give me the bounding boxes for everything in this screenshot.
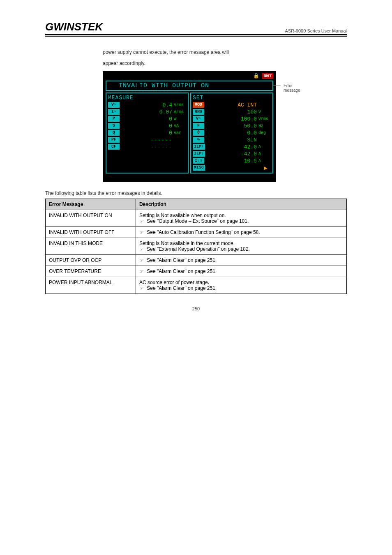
set-row: ∿SIN	[193, 136, 271, 143]
hand-icon: ☞	[139, 257, 144, 263]
set-value: 50.0	[207, 123, 258, 129]
measure-value: 0.07	[122, 109, 173, 115]
table-caption: The following table lists the error mess…	[45, 190, 347, 196]
measure-badge: Q	[108, 130, 120, 136]
device-screenshot: Error message 🔒 RMT INVALID WITH OUTPUT …	[103, 71, 347, 182]
measure-row: S0VA	[108, 123, 186, 130]
measure-row: PF------	[108, 136, 186, 143]
table-row: INVALID IN THIS MODESetting is Not avail…	[46, 238, 347, 254]
set-unit: deg	[258, 131, 271, 135]
set-row: F50.0Hz	[193, 123, 271, 130]
measure-row: I~0.07Arms	[108, 109, 186, 116]
set-row: θ0.0deg	[193, 130, 271, 136]
set-panel: SET MODAC-INTRNG100VV~100.0VrmsF50.0Hzθ0…	[190, 92, 273, 173]
set-badge: MISC	[193, 165, 205, 171]
table-cell-msg: INVALID WITH OUTPUT ON	[46, 210, 136, 227]
lcd-topbar: 🔒 RMT	[103, 72, 276, 81]
logo: GWINSTEK	[45, 21, 103, 33]
measure-value: 0	[122, 116, 173, 122]
set-row: RNG100V	[193, 109, 271, 116]
set-row: V~100.0Vrms	[193, 116, 271, 123]
set-title: SET	[193, 95, 271, 101]
hand-icon: ☞	[139, 268, 144, 274]
set-row: I↓▯10.5A	[193, 157, 271, 164]
table-cell-desc: ☞ See "Alarm Clear" on page 251.	[136, 254, 346, 266]
measure-value: ------	[122, 137, 173, 143]
set-unit: A	[258, 152, 271, 156]
measure-title: MEASURE	[108, 95, 186, 101]
table-head-desc: Description	[136, 199, 346, 210]
table-head-msg: Error Message	[46, 199, 136, 210]
set-value: 0.0	[207, 130, 258, 136]
set-value: AC-INT	[207, 102, 258, 108]
measure-badge: V~	[108, 102, 120, 108]
set-row: MODAC-INT	[193, 102, 271, 109]
table-row: INVALID WITH OUTPUT ONSetting is Not ava…	[46, 210, 347, 227]
measure-value: 0.4	[122, 102, 173, 108]
table-cell-desc: AC source error of power stage.☞ See "Al…	[136, 277, 346, 294]
table-row: POWER INPUT ABNORMALAC source error of p…	[46, 277, 347, 294]
table-row: INVALID WITH OUTPUT OFF☞ See "Auto Calib…	[46, 227, 347, 238]
header-rule	[45, 36, 347, 37]
measure-row: CF------	[108, 143, 186, 150]
set-badge: ILP↑	[193, 144, 205, 150]
page-number: 250	[45, 306, 347, 311]
hand-icon: ☞	[139, 218, 144, 224]
set-unit: Hz	[258, 124, 271, 128]
table-cell-desc: Setting is Not available in the current …	[136, 238, 346, 254]
error-table: Error Message Description INVALID WITH O…	[45, 199, 347, 294]
rmt-badge: RMT	[262, 73, 273, 79]
set-row: MISC▶	[193, 164, 271, 171]
set-badge: V~	[193, 116, 204, 122]
table-cell-msg: OUTPUT OVP OR OCP	[46, 254, 136, 266]
page-header: GWINSTEK ASR-6000 Series User Manual	[45, 21, 347, 35]
set-unit: A	[258, 159, 271, 163]
set-value: SIN	[207, 137, 258, 143]
table-cell-msg: INVALID IN THIS MODE	[46, 238, 136, 254]
intro-text-1: power supply cannot execute, the error m…	[103, 49, 347, 56]
set-row: ILP↓-42.0A	[193, 150, 271, 157]
set-badge: θ	[193, 130, 204, 136]
set-badge: ILP↓	[193, 151, 205, 157]
measure-value: 0	[122, 130, 173, 136]
measure-value: 0	[122, 123, 173, 129]
measure-badge: CF	[108, 144, 120, 150]
set-badge: MOD	[193, 102, 204, 108]
table-cell-desc: ☞ See "Auto Calibration Function Setting…	[136, 227, 346, 238]
set-value: -42.0	[208, 151, 258, 157]
set-badge: ∿	[193, 137, 204, 143]
measure-row: P0W	[108, 116, 186, 123]
measure-unit: W	[173, 117, 186, 121]
error-message-text: INVALID WITH OUTPUT ON	[119, 82, 209, 89]
set-badge: I↓▯	[193, 158, 204, 164]
misc-arrow-icon: ▶	[208, 164, 271, 171]
table-cell-desc: ☞ See "Alarm Clear" on page 251.	[136, 266, 346, 277]
hand-icon: ☞	[139, 285, 144, 291]
table-cell-desc: Setting is Not available when output on.…	[136, 210, 346, 227]
callout-label: Error message	[284, 83, 308, 92]
set-unit: Vrms	[258, 117, 271, 121]
set-badge: RNG	[193, 109, 204, 115]
set-value: 100.0	[207, 116, 258, 122]
hand-icon: ☞	[139, 229, 144, 235]
table-row: OVER TEMPERATURE☞ See "Alarm Clear" on p…	[46, 266, 347, 277]
doc-title: ASR-6000 Series User Manual	[285, 28, 347, 33]
callout-line	[272, 86, 281, 86]
set-unit: V	[258, 110, 271, 114]
table-cell-msg: INVALID WITH OUTPUT OFF	[46, 227, 136, 238]
measure-unit: Arms	[173, 110, 186, 114]
measure-unit: Vrms	[173, 103, 186, 107]
measure-unit: var	[173, 131, 186, 135]
lock-icon: 🔒	[253, 73, 259, 79]
table-row: OUTPUT OVP OR OCP☞ See "Alarm Clear" on …	[46, 254, 347, 266]
measure-panel: MEASURE V~0.4VrmsI~0.07ArmsP0WS0VAQ0varP…	[106, 92, 189, 173]
set-value: 100	[207, 109, 258, 115]
set-value: 42.0	[208, 144, 258, 150]
table-cell-msg: OVER TEMPERATURE	[46, 266, 136, 277]
set-row: ILP↑42.0A	[193, 143, 271, 150]
table-cell-msg: POWER INPUT ABNORMAL	[46, 277, 136, 294]
hand-icon: ☞	[139, 246, 144, 252]
measure-row: Q0var	[108, 130, 186, 136]
measure-badge: S	[108, 123, 120, 129]
error-message-bar: INVALID WITH OUTPUT ON	[106, 81, 273, 91]
